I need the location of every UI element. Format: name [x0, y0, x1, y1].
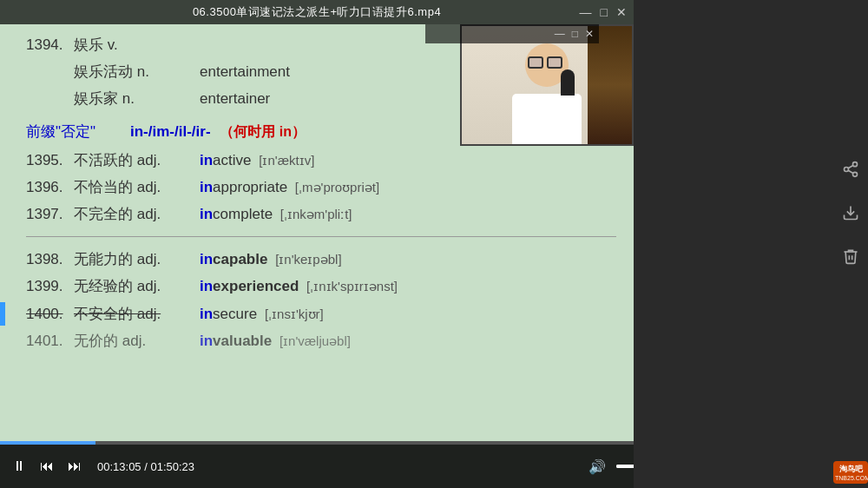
vocab-num: 1401.	[26, 329, 74, 353]
prefix-in: in	[200, 206, 213, 222]
phonetic: [ɪn'væljuəbl]	[279, 333, 351, 348]
cam-close-btn[interactable]: ✕	[585, 28, 594, 40]
word-root: complete	[213, 206, 273, 222]
video-title: 06.3500单词速记法之派生+听力口语提升6.mp4	[193, 4, 441, 20]
prefix-in: in	[200, 278, 213, 294]
glass-right	[547, 56, 562, 69]
vocab-num: 1400.	[26, 302, 74, 326]
vocab-num: 1398.	[26, 247, 74, 271]
vocab-chinese: 不活跃的 adj.	[74, 148, 200, 172]
vocab-row-1401: 1401. 无价的 adj. invaluable [ɪn'væljuəbl]	[26, 329, 616, 353]
maximize-button[interactable]: □	[601, 5, 608, 19]
glass-left	[528, 56, 543, 69]
vocab-english: invaluable [ɪn'væljuəbl]	[200, 329, 351, 353]
watermark-url: TNB25.COM	[835, 475, 866, 481]
prefix-in: in	[200, 306, 213, 322]
vocab-chinese: 无能力的 adj.	[74, 247, 200, 271]
cam-minimize-btn[interactable]: —	[555, 28, 565, 40]
prefix-in: in	[200, 251, 213, 267]
vocab-num: 1399.	[26, 274, 74, 298]
volume-slider[interactable]	[616, 465, 634, 468]
prefix-in: in	[200, 152, 213, 168]
share-icon[interactable]	[838, 156, 864, 182]
vocab-section-bottom: 1398. 无能力的 adj. incapable [ɪn'keɪpəbl] 1…	[26, 247, 616, 353]
vocab-chinese: 不安全的 adj.	[74, 302, 200, 326]
vocab-chinese: 不完全的 adj.	[74, 202, 200, 226]
time-display: 00:13:05 / 01:50:23	[97, 460, 194, 473]
microphone	[561, 69, 575, 96]
vocab-english: insecure [ˌɪnsɪ'kjʊr]	[200, 302, 324, 326]
vocab-row-1400: 1400. 不安全的 adj. insecure [ˌɪnsɪ'kjʊr]	[26, 302, 616, 326]
cam-maximize-btn[interactable]: □	[572, 28, 578, 40]
volume-fill	[616, 465, 634, 468]
vocab-section-middle: 1395. 不活跃的 adj. inactive [ɪn'æktɪv] 1396…	[26, 148, 616, 227]
watermark-brand: 淘鸟吧	[835, 464, 866, 475]
skip-back-button[interactable]: ⏮	[36, 458, 57, 474]
phonetic: [ˌɪnsɪ'kjʊr]	[265, 307, 324, 321]
svg-line-3	[848, 170, 853, 173]
word-root: appropriate	[213, 179, 287, 195]
close-button[interactable]: ✕	[616, 5, 627, 19]
vocab-num: 1396.	[26, 175, 74, 199]
download-icon[interactable]	[838, 200, 864, 226]
camera-window-controls: — □ ✕	[425, 24, 599, 43]
svg-point-1	[845, 168, 849, 172]
vocab-num: 1394.	[26, 33, 74, 56]
play-pause-button[interactable]: ⏸	[9, 458, 30, 474]
person-glasses	[528, 56, 566, 69]
vocab-english: inactive [ɪn'æktɪv]	[200, 148, 314, 172]
current-time: 00:13:05	[97, 460, 141, 473]
title-bar: 06.3500单词速记法之派生+听力口语提升6.mp4 — □ ✕	[0, 0, 634, 24]
vocab-chinese: 无经验的 adj.	[74, 274, 200, 298]
phonetic: [ˌɪnɪk'spɪrɪənst]	[306, 279, 398, 293]
vocab-chinese: 无价的 adj.	[74, 329, 200, 353]
camera-feed	[462, 26, 632, 144]
vocab-english: inexperienced [ˌɪnɪk'spɪrɪənst]	[200, 274, 398, 298]
svg-point-0	[853, 162, 858, 167]
svg-point-2	[853, 172, 858, 176]
main-video-area: 06.3500单词速记法之派生+听力口语提升6.mp4 — □ ✕ 1394. …	[0, 0, 634, 488]
vocab-english: incapable [ɪn'keɪpəbl]	[200, 247, 342, 271]
vocab-chinese: 娱乐家 n.	[74, 87, 200, 110]
vocab-row-1397: 1397. 不完全的 adj. incomplete [ˌɪnkəm'pliːt…	[26, 202, 616, 226]
prefix-in: in	[200, 179, 213, 195]
prefix-in: in	[200, 333, 213, 349]
highlight-indicator	[0, 302, 5, 326]
vocab-english: incomplete [ˌɪnkəm'pliːt]	[200, 202, 352, 226]
prefix-note: （何时用 in）	[220, 124, 306, 139]
vocab-row-1395: 1395. 不活跃的 adj. inactive [ɪn'æktɪv]	[26, 148, 616, 172]
minimize-button[interactable]: —	[580, 5, 592, 19]
person-body	[512, 94, 582, 146]
total-time: 01:50:23	[150, 460, 194, 473]
word-root: capable	[213, 251, 267, 267]
vocab-chinese: 娱乐 v.	[74, 33, 200, 56]
word-root: secure	[213, 306, 257, 322]
volume-icon: 🔊	[589, 458, 606, 475]
section-divider	[26, 236, 616, 237]
prefix-label: 前缀"否定"	[26, 122, 130, 142]
vocab-row-1399: 1399. 无经验的 adj. inexperienced [ˌɪnɪk'spɪ…	[26, 274, 616, 298]
phonetic: [ˌɪnkəm'pliːt]	[280, 207, 352, 221]
right-sidebar: 淘鸟吧 TNB25.COM	[833, 0, 868, 488]
vocab-chinese: 娱乐活动 n.	[74, 60, 200, 83]
phonetic: [ɪn'keɪpəbl]	[275, 252, 341, 267]
watermark: 淘鸟吧 TNB25.COM	[833, 461, 868, 488]
vocab-english: entertainer	[200, 87, 270, 110]
vocab-row-1398: 1398. 无能力的 adj. incapable [ɪn'keɪpəbl]	[26, 247, 616, 271]
prefix-value: in-/im-/il-/ir- （何时用 in）	[130, 123, 306, 142]
vocab-row-1396: 1396. 不恰当的 adj. inappropriate [ˌmə'proʊp…	[26, 175, 616, 199]
window-controls: — □ ✕	[580, 5, 627, 19]
word-root: experienced	[213, 278, 299, 294]
word-root: valuable	[213, 333, 272, 349]
vocab-chinese: 不恰当的 adj.	[74, 175, 200, 199]
vocab-num: 1395.	[26, 148, 74, 172]
vocab-num: 1397.	[26, 202, 74, 226]
skip-forward-button[interactable]: ⏭	[64, 458, 85, 474]
phonetic: [ɪn'æktɪv]	[259, 153, 314, 168]
svg-line-4	[848, 165, 853, 168]
player-controls: ⏸ ⏮ ⏭ 00:13:05 / 01:50:23 🔊 倍速 字幕 ⛶ ⚙	[0, 445, 634, 488]
phonetic: [ˌmə'proʊpriət]	[295, 180, 379, 195]
vocab-english: inappropriate [ˌmə'proʊpriət]	[200, 175, 379, 199]
prefix-text: in-/im-/il-/ir-	[130, 123, 211, 140]
delete-icon[interactable]	[838, 243, 864, 269]
